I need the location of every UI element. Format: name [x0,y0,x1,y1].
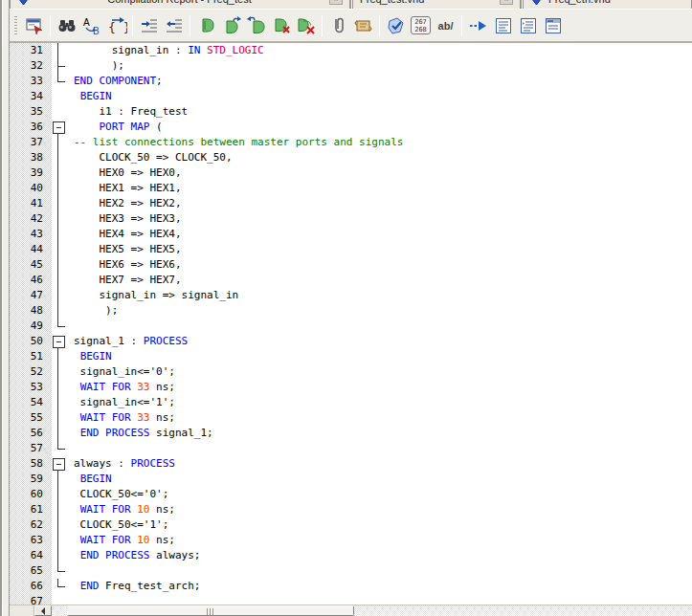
code-text[interactable]: CLOCK_50<='1'; [71,517,692,533]
code-text[interactable] [71,594,692,605]
previous-bookmark-button[interactable] [244,14,268,37]
code-text[interactable]: BEGIN [71,349,692,364]
scroll-left-button[interactable] [34,605,52,616]
fold-collapse-box[interactable] [52,120,71,135]
code-text[interactable]: HEX7 => HEX7, [71,273,692,288]
code-line: 33END COMPONENT; [10,74,692,89]
code-text[interactable] [71,441,692,456]
code-text[interactable]: END PROCESS always; [71,548,692,563]
decrease-indent-button[interactable] [162,14,186,37]
code-text[interactable] [71,319,692,334]
remove-bookmark-button[interactable] [269,14,293,37]
tab-freq-eth-vhd[interactable]: Freq_eth.vhd [523,0,692,9]
syntax-check-button[interactable] [384,14,408,37]
line-number: 37 [10,135,52,150]
code-line: 43 HEX4 => HEX4, [10,227,692,242]
goto-line-button[interactable]: 267 268 [409,14,433,37]
code-text[interactable]: HEX6 => HEX6, [71,257,692,273]
remove-all-bookmarks-button[interactable] [294,14,318,37]
code-editor[interactable]: 31 signal_in : IN STD_LOGIC32 );33END CO… [10,43,692,605]
code-text[interactable]: WAIT FOR 10 ns; [71,502,692,517]
code-text[interactable]: END PROCESS signal_1; [71,426,692,441]
code-line: 35 i1 : Freq_test [10,104,692,120]
fold-marker [52,380,71,395]
fold-marker [52,563,71,579]
next-bookmark-icon [221,15,242,36]
document-lines-button[interactable] [491,14,515,37]
code-text[interactable]: WAIT FOR 10 ns; [71,533,692,548]
find-button[interactable] [55,14,78,37]
document-indent-button[interactable] [516,14,540,37]
code-text[interactable]: END COMPONENT; [71,74,692,89]
line-number: 39 [10,165,52,181]
code-text[interactable]: HEX0 => HEX0, [71,165,692,181]
code-text[interactable]: BEGIN [71,89,692,104]
code-text[interactable]: HEX1 => HEX1, [71,181,692,196]
matching-delimiter-button[interactable]: { } [104,14,128,37]
code-text[interactable]: signal_in => signal_in [71,288,692,303]
code-line: 44 HEX5 => HEX5, [10,242,692,257]
code-line: 54 signal_in<='1'; [10,395,692,410]
fold-collapse-box[interactable] [52,456,71,472]
fold-collapse-box[interactable] [52,334,71,349]
toolbar-grip[interactable] [14,16,17,35]
code-line: 57 [10,441,692,456]
line-number: 40 [10,181,52,196]
code-line: 51 BEGIN [10,349,692,364]
code-text[interactable]: CLOCK_50<='0'; [71,487,692,502]
code-text[interactable]: PORT MAP ( [71,120,692,135]
code-text[interactable]: HEX3 => HEX3, [71,211,692,227]
code-text[interactable]: WAIT FOR 33 ns; [71,410,692,426]
tab-compilation-report[interactable]: Compilation Report - Freq_test x [10,0,350,9]
scrollbar-track[interactable] [52,605,692,616]
code-text[interactable]: HEX2 => HEX2, [71,196,692,211]
code-text[interactable]: BEGIN [71,472,692,487]
next-bookmark-button[interactable] [219,14,243,37]
fold-marker [52,181,71,196]
code-text[interactable]: -- list connections between master ports… [71,135,692,150]
code-line: 46 HEX7 => HEX7, [10,273,692,288]
close-icon[interactable]: x [500,0,513,5]
code-text[interactable]: ); [71,58,692,74]
replace-button[interactable]: AB [79,14,103,37]
scrollbar-thumb[interactable] [67,605,354,616]
document-header-button[interactable] [541,14,565,37]
code-lines: 31 signal_in : IN STD_LOGIC32 );33END CO… [10,43,692,605]
code-text[interactable]: CLOCK_50 => CLOCK_50, [71,150,692,165]
code-line: 67 [10,594,692,605]
code-text[interactable]: signal_in : IN STD_LOGIC [71,43,692,58]
line-number: 50 [10,334,52,349]
code-text[interactable]: HEX5 => HEX5, [71,242,692,257]
document-indent-icon [518,15,539,36]
code-text[interactable]: ); [71,303,692,319]
code-text[interactable] [71,563,692,579]
horizontal-scrollbar[interactable] [10,605,692,616]
matching-delimiter-icon: { } [106,15,127,36]
code-line: 41 HEX2 => HEX2, [10,196,692,211]
comment-icon: ab/ [438,20,454,32]
line-number: 66 [10,579,52,594]
code-text[interactable]: always : PROCESS [71,456,692,472]
insert-file-button[interactable] [326,14,350,37]
line-number: 35 [10,104,52,120]
insert-bookmark-button[interactable] [194,14,218,37]
tab-freq-test-vhd[interactable]: Freq_test.vhd x [352,0,521,9]
close-icon[interactable]: x [329,0,343,5]
code-text[interactable]: WAIT FOR 33 ns; [71,380,692,395]
comment-button[interactable]: ab/ [434,14,458,37]
line-number: 44 [10,242,52,257]
code-text[interactable]: signal_in<='1'; [71,395,692,410]
decrease-indent-icon [164,15,185,36]
jump-arrow-button[interactable] [466,14,490,37]
line-number: 54 [10,395,52,410]
code-line: 59 BEGIN [10,472,692,487]
code-text[interactable]: signal_1 : PROCESS [71,334,692,349]
window-shortcut-button[interactable] [22,14,46,37]
increase-indent-button[interactable] [137,14,161,37]
code-text[interactable]: END Freq_test_arch; [71,579,692,594]
code-text[interactable]: HEX4 => HEX4, [71,227,692,242]
code-text[interactable]: i1 : Freq_test [71,104,692,120]
insert-template-button[interactable] [351,14,375,37]
code-text[interactable]: signal_in<='0'; [71,364,692,380]
code-line: 62 CLOCK_50<='1'; [10,517,692,533]
